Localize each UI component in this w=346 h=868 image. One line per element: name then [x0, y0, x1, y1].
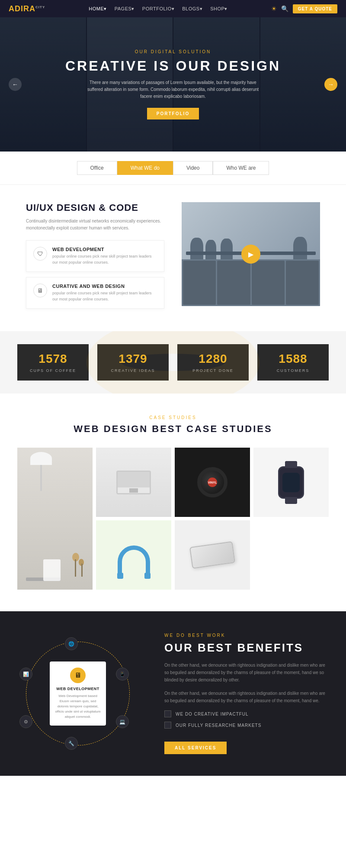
case-studies-label: CASE STUDIES [17, 415, 329, 420]
uiux-title: UI/UX DESIGN & CODE [26, 202, 164, 213]
tab-what-we-do[interactable]: What WE do [117, 161, 173, 175]
desk-monitor-wrapper [116, 471, 151, 494]
feature-icon-2: 🖥 [33, 284, 47, 297]
check-label-2: OUR FULLY RESEARCHE MARKETS [176, 723, 261, 728]
feature-card-2: 🖥 CURATIVE AND WEB DESIGN popular online… [26, 277, 164, 309]
video-thumbnail[interactable]: ▶ [182, 202, 320, 306]
case-studies-title: WEB DESIGN BEST CASE STUDIES [17, 423, 329, 435]
tabs-section: Office What WE do Video Who WE are [0, 152, 346, 185]
case-grid: VINYL [17, 448, 329, 590]
benefits-diagram: 🌐 📱 💻 🔧 ⚙ 📊 🖥 WEB DEVELOPMENT Web Develo… [17, 633, 138, 754]
phone-bg [175, 520, 250, 590]
feature-text-2: popular online courses pick new skill pr… [52, 290, 157, 302]
benefit-check-2: OUR FULLY RESEARCHE MARKETS [164, 722, 329, 729]
case-item-vinyl[interactable]: VINYL [175, 448, 250, 517]
stat-card-coffee: 1578 CUPS OF COFFEE [17, 344, 89, 381]
chair-1 [183, 261, 216, 305]
desk-monitor [116, 471, 151, 494]
all-services-button[interactable]: ALL SERVICES [164, 742, 227, 754]
nav-pages[interactable]: PAGES▾ [115, 6, 135, 12]
check-label-1: WE DO CREATIVE IMPACTFUL [176, 712, 249, 716]
watch-screen [282, 473, 300, 492]
feature-card-1: 🛡 WEB DEVELOPMENT popular online courses… [26, 240, 164, 272]
room-lamp [30, 452, 52, 495]
watch-bg [253, 448, 329, 517]
case-item-desk[interactable] [96, 448, 171, 517]
hero-subtitle: OUR DIGITAL SOLUTION [65, 49, 281, 54]
brand-name: ADIRA [9, 4, 35, 13]
tab-who-we-are[interactable]: Who WE are [213, 161, 269, 175]
benefits-title: OUR BEST BENEFITS [164, 641, 329, 655]
nav-shop[interactable]: SHOP▾ [210, 6, 227, 12]
chair-2 [217, 261, 250, 305]
benefits-desc-2: On the other hand, we denounce with righ… [164, 690, 329, 704]
video-person-1 [190, 238, 203, 259]
case-item-phone[interactable] [175, 520, 250, 590]
hero-section: ← OUR DIGITAL SOLUTION CREATIVE IS OUR D… [0, 17, 346, 152]
video-scene-bottom [182, 259, 320, 306]
stat-label-projects: PROJECT DONE [183, 368, 243, 373]
room-chair [43, 559, 61, 581]
feature-content-1: WEB DEVELOPMENT popular online courses p… [52, 247, 157, 265]
check-box-2[interactable] [164, 722, 171, 729]
nav-portfolio[interactable]: PORTFOLIO▾ [142, 6, 174, 12]
center-card: 🖥 WEB DEVELOPMENT Web Development based … [50, 661, 106, 726]
tab-video[interactable]: Video [173, 161, 213, 175]
plant-stem-2 [81, 564, 83, 577]
lamp-stem [40, 465, 42, 491]
watch-band-bottom [285, 497, 297, 504]
portfolio-button[interactable]: PORTFOLIO [147, 108, 199, 119]
case-item-headphones[interactable] [96, 520, 171, 590]
sun-icon: ☀ [271, 5, 277, 12]
stat-label-customers: CUSTOMERS [263, 368, 323, 373]
orbit-icon-4: 🔧 [65, 737, 78, 750]
orbit-icon-5: ⚙ [19, 715, 32, 728]
stat-card-customers: 1588 CUSTOMERS [257, 344, 329, 381]
plant-2 [81, 559, 84, 577]
stat-label-coffee: CUPS OF COFFEE [23, 368, 83, 373]
headphones-bg [96, 520, 171, 590]
watch-shape [278, 466, 304, 499]
orbit-icon-6: 📊 [19, 668, 32, 681]
case-studies-section: CASE STUDIES WEB DESIGN BEST CASE STUDIE… [0, 394, 346, 611]
center-card-text: Web Development based Eiusm veniam quis,… [55, 694, 101, 720]
lamp-head [30, 452, 52, 465]
stat-label-ideas: CREATIVE IDEAS [103, 368, 163, 373]
benefits-desc-1: On the other hand, we denounce with righ… [164, 661, 329, 684]
brand-logo[interactable]: ADIRACITY [9, 4, 45, 13]
nav-icons: ☀ 🔍 GET A QUOTE [271, 4, 337, 13]
benefits-label: WE DO BEST WORK [164, 633, 329, 638]
case-item-room[interactable] [17, 448, 93, 590]
hero-next-arrow[interactable]: → [324, 78, 337, 91]
chair-3 [252, 261, 285, 305]
case-item-watch[interactable] [253, 448, 329, 517]
stat-card-projects: 1280 PROJECT DONE [177, 344, 249, 381]
tab-office[interactable]: Office [77, 161, 117, 175]
stats-section: 1578 CUPS OF COFFEE 1379 CREATIVE IDEAS … [0, 331, 346, 394]
search-icon[interactable]: 🔍 [281, 5, 288, 12]
nav-home[interactable]: HOME▾ [89, 6, 107, 12]
check-box-1[interactable] [164, 710, 171, 717]
phone-shape [189, 541, 235, 568]
feature-title-1: WEB DEVELOPMENT [52, 247, 157, 252]
hero-description: There are many variations of passages of… [82, 79, 264, 100]
nav-blogs[interactable]: BLOGS▾ [182, 6, 202, 12]
video-person-3 [221, 239, 233, 259]
uiux-right: ▶ [182, 202, 320, 306]
vinyl-bg: VINYL [175, 448, 250, 517]
plant-stem-1 [75, 559, 76, 577]
feature-title-2: CURATIVE AND WEB DESIGN [52, 284, 157, 289]
room-plants [75, 553, 84, 577]
desk-monitor-stand [129, 488, 138, 493]
navbar: ADIRACITY HOME▾ PAGES▾ PORTFOLIO▾ BLOGS▾… [0, 0, 346, 17]
feature-content-2: CURATIVE AND WEB DESIGN popular online c… [52, 284, 157, 302]
get-quote-button[interactable]: GET A QUOTE [293, 4, 337, 13]
hero-prev-arrow[interactable]: ← [9, 78, 22, 91]
video-person-2 [205, 240, 216, 259]
play-button[interactable]: ▶ [241, 245, 260, 264]
center-card-icon: 🖥 [70, 668, 86, 683]
hero-content: OUR DIGITAL SOLUTION CREATIVE IS OUR DES… [65, 49, 281, 119]
desk-scene [96, 448, 171, 517]
benefits-section: 🌐 📱 💻 🔧 ⚙ 📊 🖥 WEB DEVELOPMENT Web Develo… [0, 611, 346, 776]
hero-title: CREATIVE IS OUR DESIGN [65, 58, 281, 74]
